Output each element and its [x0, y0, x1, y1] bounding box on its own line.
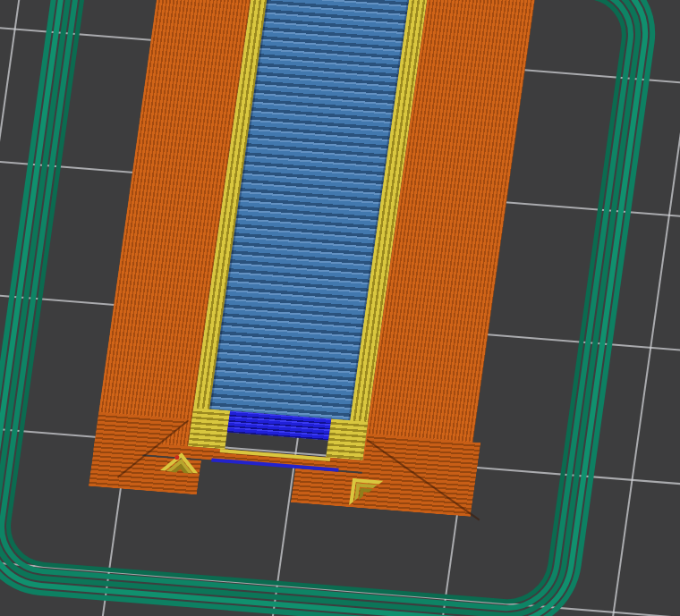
- right-wall-and-leg: [291, 428, 481, 517]
- build-plate: [0, 0, 680, 616]
- printed-part: [80, 0, 536, 578]
- inner-perimeter-wrap-left: [188, 408, 230, 449]
- right-leg-perimeter-corner: [349, 478, 385, 508]
- chevron-line: [359, 488, 373, 501]
- inner-perimeter-wrap-right: [326, 418, 368, 460]
- slicer-preview-viewport[interactable]: [0, 0, 680, 616]
- left-leg-perimeter-corner: [162, 455, 201, 483]
